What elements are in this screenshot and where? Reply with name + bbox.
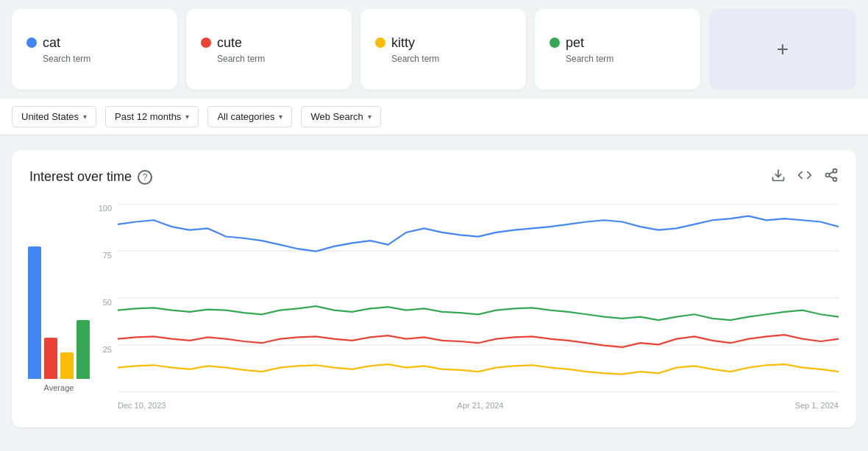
term-label-kitty: Search term [391, 54, 511, 64]
search-term-card-kitty[interactable]: kitty Search term [360, 9, 526, 90]
term-header-pet: pet [549, 35, 686, 51]
term-header-cute: cute [201, 35, 337, 51]
term-header-kitty: kitty [375, 35, 511, 51]
term-name-cute: cute [217, 35, 242, 51]
term-name-cat: cat [43, 35, 60, 51]
x-label-dec: Dec 10, 2023 [118, 401, 166, 410]
term-label-cat: Search term [43, 54, 163, 64]
chart-svg-area [118, 204, 839, 392]
term-label-cute: Search term [217, 54, 337, 64]
chevron-down-icon: ▾ [279, 113, 282, 121]
y-label-100: 100 [88, 204, 118, 213]
avg-label: Average [44, 383, 74, 392]
category-filter[interactable]: All categories ▾ [207, 106, 292, 127]
y-label-75: 75 [88, 251, 118, 260]
avg-bars-group [28, 232, 90, 379]
average-bars: Average [29, 204, 88, 410]
avg-bar-cat [28, 246, 41, 379]
chevron-down-icon: ▾ [83, 113, 87, 121]
chart-area: Average 100 75 50 25 [29, 204, 839, 410]
time-filter-label: Past 12 months [115, 111, 181, 122]
term-dot-cute [201, 38, 211, 48]
search-type-filter[interactable]: Web Search ▾ [301, 106, 380, 127]
download-button[interactable] [771, 168, 786, 186]
share-button[interactable] [824, 168, 839, 186]
y-label-50: 50 [88, 298, 118, 307]
term-dot-pet [549, 38, 560, 48]
chart-title: Interest over time [29, 169, 132, 185]
term-name-pet: pet [566, 35, 584, 51]
term-dot-kitty [375, 38, 385, 48]
search-term-card-pet[interactable]: pet Search term [535, 9, 700, 90]
line-chart-area: 100 75 50 25 [88, 204, 839, 410]
term-name-kitty: kitty [391, 35, 415, 51]
svg-line-4 [829, 176, 833, 178]
search-term-card-cat[interactable]: cat Search term [12, 9, 177, 90]
svg-point-3 [833, 177, 837, 181]
category-filter-label: All categories [217, 111, 274, 122]
term-dot-cat [26, 38, 37, 48]
y-label-25: 25 [88, 345, 118, 354]
chart-header: Interest over time ? [29, 168, 839, 186]
main-content: Interest over time ? [0, 135, 868, 442]
avg-bar-cute [44, 338, 57, 379]
avg-bar-kitty [60, 352, 74, 379]
time-filter[interactable]: Past 12 months ▾ [105, 106, 199, 127]
term-header-cat: cat [26, 35, 163, 51]
search-term-card-cute[interactable]: cute Search term [186, 9, 352, 90]
search-terms-bar: cat Search term cute Search term kitty S… [0, 0, 868, 99]
x-label-sep: Sep 1, 2024 [795, 401, 839, 410]
y-axis: 100 75 50 25 [88, 204, 118, 392]
plus-icon: + [777, 38, 789, 61]
x-label-apr: Apr 21, 2024 [458, 401, 504, 410]
line-chart-svg [118, 204, 839, 392]
region-filter-label: United States [21, 111, 79, 122]
svg-point-1 [833, 169, 837, 173]
chart-title-area: Interest over time ? [29, 169, 152, 185]
term-label-pet: Search term [566, 54, 686, 64]
add-term-button[interactable]: + [709, 9, 856, 90]
region-filter[interactable]: United States ▾ [12, 106, 96, 127]
interest-over-time-card: Interest over time ? [12, 150, 856, 427]
chevron-down-icon: ▾ [185, 113, 189, 121]
help-icon[interactable]: ? [138, 170, 152, 185]
svg-point-2 [826, 174, 830, 177]
filter-bar: United States ▾ Past 12 months ▾ All cat… [0, 99, 868, 135]
embed-button[interactable] [797, 168, 812, 186]
search-type-filter-label: Web Search [310, 111, 363, 122]
x-axis-labels: Dec 10, 2023 Apr 21, 2024 Sep 1, 2024 [118, 401, 839, 410]
svg-line-5 [829, 171, 833, 174]
chevron-down-icon: ▾ [368, 113, 371, 121]
chart-actions [771, 168, 839, 186]
help-icon-label: ? [143, 172, 148, 182]
